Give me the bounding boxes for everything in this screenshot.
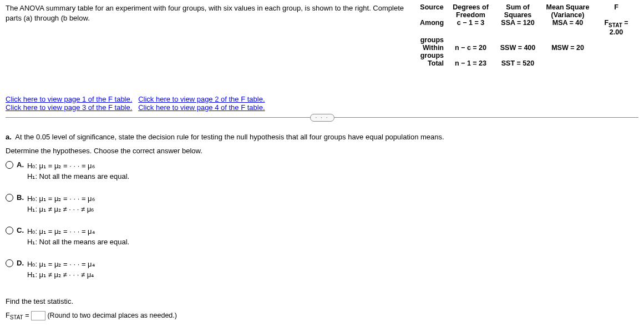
opt-b-line1: H₀: μ₁ = μ₂ = · · · = μ₆ — [27, 194, 95, 203]
total-ss: SST = 520 — [494, 59, 541, 67]
fstat-input[interactable] — [31, 311, 45, 320]
problem-intro: The ANOVA summary table for an experimen… — [6, 3, 405, 23]
part-a-header: a. At the 0.05 level of significance, st… — [6, 133, 638, 141]
radio-c[interactable] — [6, 227, 13, 234]
opt-letter-c: C. — [17, 226, 24, 234]
fstat-hint: (Round to two decimal places as needed.) — [47, 311, 176, 319]
among-df: c − 1 = 3 — [447, 19, 494, 36]
link-ftable-p1[interactable]: Click here to view page 1 of the F table… — [6, 95, 132, 103]
within-ss: SSW = 400 — [494, 44, 541, 52]
within-df: n − c = 20 — [447, 44, 494, 52]
within-src1: Within — [417, 44, 447, 52]
among-ms: MSA = 40 — [541, 19, 594, 36]
total-src: Total — [417, 59, 447, 67]
total-df: n − 1 = 23 — [447, 59, 494, 67]
opt-a-line1: H₀: μ₁ = μ₂ = · · · = μ₆ — [27, 162, 95, 170]
radio-a[interactable] — [6, 161, 13, 169]
option-a[interactable]: A. H₀: μ₁ = μ₂ = · · · = μ₆ H₁: Not all … — [6, 161, 338, 188]
opt-c-line1: H₀: μ₁ = μ₂ = · · · = μ₄ — [27, 227, 95, 235]
hdr-source: Source — [417, 3, 447, 19]
opt-c-line2: H₁: Not all the means are equal. — [27, 238, 129, 246]
among-f: FSTAT = 2.00 — [594, 19, 638, 36]
hdr-ms: Mean Square (Variance) — [541, 3, 594, 19]
hdr-f: F — [594, 3, 638, 19]
opt-a-line2: H₁: Not all the means are equal. — [27, 172, 129, 180]
f-table-links: Click here to view page 1 of the F table… — [6, 95, 638, 112]
hdr-ss: Sum of Squares — [494, 3, 541, 19]
expand-button[interactable]: · · · — [310, 114, 334, 122]
find-test-statistic: Find the test statistic. — [6, 297, 638, 305]
radio-b[interactable] — [6, 194, 13, 202]
option-b[interactable]: B. H₀: μ₁ = μ₂ = · · · = μ₆ H₁: μ₁ ≠ μ₂ … — [6, 193, 338, 220]
fstat-line: FSTAT = (Round to two decimal places as … — [6, 311, 638, 320]
among-src1: Among — [417, 19, 447, 36]
radio-d[interactable] — [6, 259, 13, 267]
among-src2: groups — [417, 36, 447, 44]
hdr-df: Degrees of Freedom — [447, 3, 494, 19]
opt-d-line1: H₀: μ₁ = μ₂ = · · · = μ₄ — [27, 260, 95, 268]
option-d[interactable]: D. H₀: μ₁ = μ₂ = · · · = μ₄ H₁: μ₁ ≠ μ₂ … — [6, 259, 338, 286]
within-ms: MSW = 20 — [541, 44, 594, 52]
link-ftable-p4[interactable]: Click here to view page 4 of the F table… — [138, 103, 265, 112]
opt-letter-b: B. — [17, 193, 24, 202]
part-a-prompt: Determine the hypotheses. Choose the cor… — [6, 147, 638, 155]
opt-d-line2: H₁: μ₁ ≠ μ₂ ≠ · · · ≠ μ₄ — [27, 270, 94, 279]
opt-letter-a: A. — [17, 161, 24, 169]
opt-b-line2: H₁: μ₁ ≠ μ₂ ≠ · · · ≠ μ₆ — [27, 205, 94, 213]
within-src2: groups — [417, 52, 447, 59]
option-c[interactable]: C. H₀: μ₁ = μ₂ = · · · = μ₄ H₁: Not all … — [6, 226, 338, 253]
opt-letter-d: D. — [17, 259, 24, 267]
among-ss: SSA = 120 — [494, 19, 541, 36]
link-ftable-p2[interactable]: Click here to view page 2 of the F table… — [138, 95, 265, 103]
anova-table: Source Degrees of Freedom Sum of Squares… — [417, 3, 638, 67]
link-ftable-p3[interactable]: Click here to view page 3 of the F table… — [6, 103, 132, 112]
